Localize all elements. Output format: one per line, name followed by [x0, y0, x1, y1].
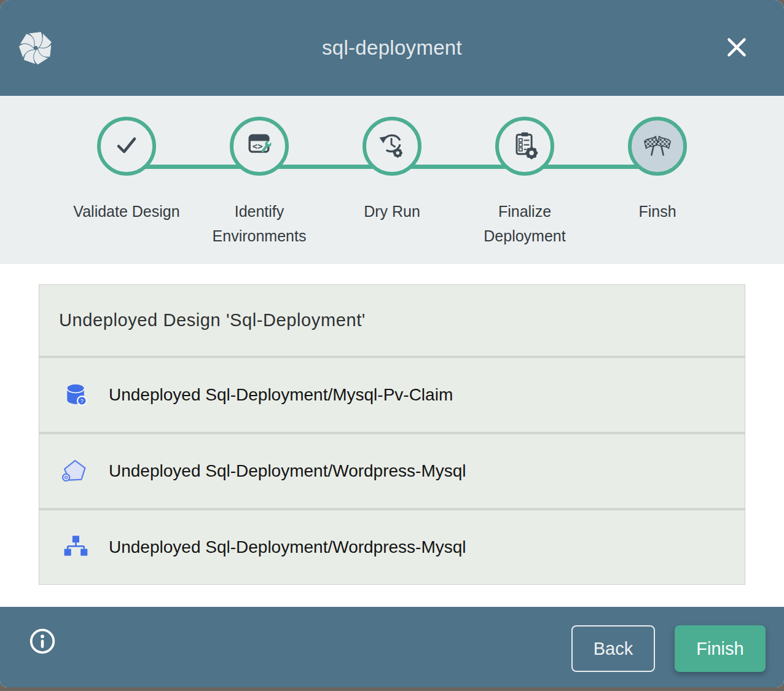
list-item-wordpress-mysql-topology: Undeployed Sql-Deployment/Wordpress-Mysq…	[39, 510, 745, 584]
list-item-wordpress-mysql-service: Undeployed Sql-Deployment/Wordpress-Mysq…	[39, 434, 745, 508]
database-icon: ?	[61, 380, 90, 410]
svg-text:<>: <>	[253, 141, 263, 151]
status-text: Undeployed Design 'Sql-Deployment'	[59, 310, 366, 330]
dialog-footer: Back Finish	[0, 607, 784, 687]
check-icon	[112, 130, 141, 162]
step-circle-identify-environments[interactable]: <>	[230, 117, 289, 176]
step-validate-design: Validate Design	[60, 117, 193, 248]
status-list: Undeployed Design 'Sql-Deployment' ? Und…	[39, 284, 745, 585]
deployment-wizard-dialog: sql-deployment Valida	[0, 0, 784, 687]
step-circle-finalize-deployment[interactable]	[495, 117, 554, 176]
step-circle-dry-run[interactable]	[363, 117, 421, 176]
info-button[interactable]	[28, 627, 57, 655]
status-text: Undeployed Sql-Deployment/Wordpress-Mysq…	[109, 461, 466, 481]
step-label: Finsh	[602, 199, 713, 224]
step-label: Dry Run	[337, 199, 447, 224]
code-window-wrench-icon: <>	[243, 129, 275, 163]
status-text: Undeployed Sql-Deployment/Mysql-Pv-Claim	[109, 385, 453, 405]
svg-text:?: ?	[80, 398, 84, 404]
list-item-mysql-pv-claim: ? Undeployed Sql-Deployment/Mysql-Pv-Cla…	[39, 358, 745, 432]
step-circle-validate-design[interactable]	[97, 117, 156, 176]
list-item-design: Undeployed Design 'Sql-Deployment'	[39, 285, 745, 356]
finish-button[interactable]: Finish	[675, 625, 766, 672]
step-label: Identify Environments	[204, 199, 315, 248]
status-text: Undeployed Sql-Deployment/Wordpress-Mysq…	[109, 537, 466, 557]
step-finish: Finsh	[591, 117, 724, 248]
step-label: Finalize Deployment	[469, 199, 580, 248]
topology-icon	[61, 533, 90, 562]
close-icon	[724, 53, 750, 62]
step-dry-run: Dry Run	[326, 117, 458, 248]
info-icon	[28, 648, 57, 657]
deployment-status-panel: Undeployed Design 'Sql-Deployment' ? Und…	[0, 264, 784, 607]
clipboard-gear-icon	[509, 129, 541, 163]
step-circle-finish[interactable]	[628, 117, 687, 176]
dialog-title: sql-deployment	[0, 0, 784, 96]
dialog-header: sql-deployment	[0, 0, 784, 96]
step-label: Validate Design	[71, 199, 182, 224]
checkered-flags-icon	[641, 128, 674, 164]
back-button[interactable]: Back	[571, 625, 655, 672]
close-button[interactable]	[724, 34, 750, 60]
sync-clock-gear-icon	[376, 129, 408, 163]
service-pentagon-icon	[61, 456, 90, 486]
step-finalize-deployment: Finalize Deployment	[458, 117, 591, 248]
step-identify-environments: <> Identify Environments	[193, 117, 326, 248]
wizard-stepper: Validate Design <>	[0, 96, 784, 264]
